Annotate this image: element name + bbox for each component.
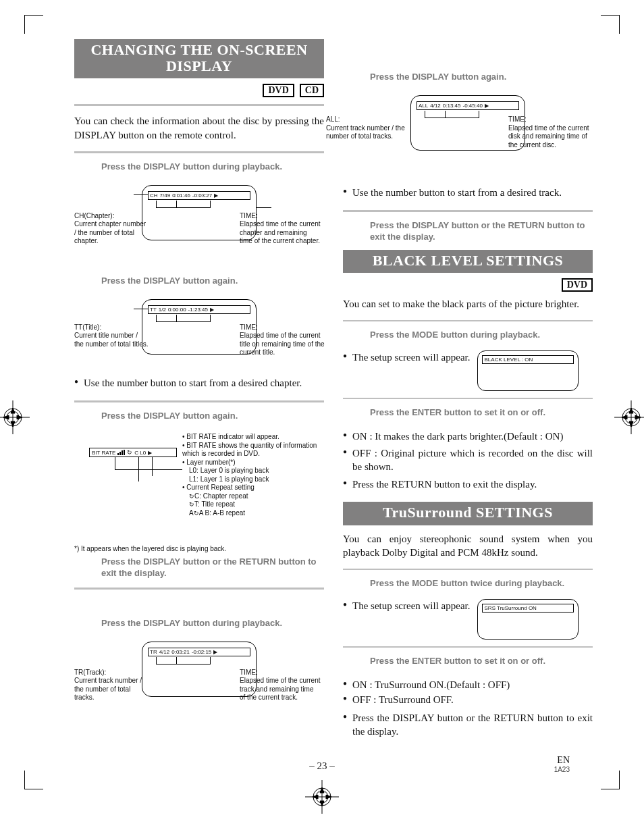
caption-all-desc: Current track number / the number of tot… (326, 124, 407, 141)
caption-tt-desc: Current title number / the number of tot… (74, 332, 149, 348)
osd-diagram-all: ALL 4/12 0:13:45 -0:45:40 ▶ ALL: Current… (343, 95, 593, 176)
trusurround-step-1: 1 Press the MODE button twice during pla… (343, 578, 593, 594)
black-level-setup-text: The setup screen will appear. (343, 350, 471, 364)
divider (343, 646, 593, 648)
bitrate-line3b: L1: Layer 1 is playing back (182, 475, 317, 484)
osd-all-elapsed: 0:13:45 (443, 103, 461, 109)
mini-tv-black-level: BLACK LEVEL : ON (477, 350, 579, 391)
black-level-intro: You can set to make the black parts of t… (343, 297, 593, 311)
osd-tr-label: TR (150, 649, 157, 655)
black-level-step-1: 1 Press the MODE button during playback. (343, 330, 593, 345)
badge-dvd: DVD (263, 84, 294, 97)
bullet-track: Use the number button to start from a de… (343, 186, 593, 199)
caption-tr-desc: Current track number / the number of tot… (74, 677, 149, 702)
bullet-chapter: Use the number button to start from a de… (74, 376, 324, 390)
step-3: 3 Press the DISPLAY button again. (74, 411, 324, 426)
bitrate-line4b: T: Title repeat (194, 500, 235, 508)
section-heading-changing-display: CHANGING THE ON-SCREEN DISPLAY (74, 39, 324, 78)
trusurround-exit: Press the DISPLAY button or the RETURN b… (343, 711, 593, 739)
osd-ch-remaining: -0:03:27 (192, 192, 212, 199)
osd-tt-counter: 1/2 (159, 307, 166, 313)
caption-tr-time-label: TIME: (240, 669, 321, 677)
osd-tt-label: TT (150, 307, 157, 313)
osd-ch-label: CH (150, 192, 158, 199)
bitrate-line2: • BIT RATE shows the quantity of informa… (182, 442, 317, 459)
divider (74, 400, 324, 402)
black-level-step-2: 2 Press the ENTER button to set it on or… (343, 407, 593, 423)
divider (343, 398, 593, 399)
black-level-exit: Press the RETURN button to exit the disp… (343, 477, 593, 491)
footer-lang: EN (554, 755, 570, 766)
caption-tt-time-desc: Elapsed time of the current title on rem… (240, 332, 327, 357)
trusurround-intro: You can enjoy stereophonic sound system … (343, 532, 593, 560)
black-level-step-1-text: Press the MODE button during playback. (370, 330, 593, 341)
registration-mark-left-icon (0, 400, 30, 434)
osd-all-remaining: -0:45:40 (463, 103, 483, 109)
step-4: 4 Press the DISPLAY button or the RETURN… (74, 556, 324, 579)
bitrate-extra: C L0 (134, 450, 146, 456)
step-1-text: Press the DISPLAY button during playback… (101, 161, 324, 173)
step-2-text: Press the DISPLAY button again. (101, 276, 324, 287)
left-column: CHANGING THE ON-SCREEN DISPLAY DVD CD Yo… (74, 39, 324, 745)
caption-ch-time-desc: Elapsed time of the current chapter and … (240, 220, 321, 246)
repeat-icon: ↻ (127, 449, 132, 456)
bitrate-footnote: *) It appears when the layered disc is p… (74, 545, 324, 552)
section-heading-trusurround: TruSurround SETTINGS (343, 502, 593, 525)
step-3-text: Press the DISPLAY button again. (101, 411, 324, 422)
divider (343, 569, 593, 570)
osd-tr-elapsed: 0:03:21 (171, 649, 190, 655)
page-footer: 23 (0, 760, 644, 772)
trusurround-lines: ON : TruSurround ON.(Default : OFF) OFF … (343, 678, 593, 708)
osd-diagram-bitrate: BIT RATE ↻ C L0 ▶ • BIT RATE indicator w… (74, 433, 324, 541)
divider (343, 320, 593, 321)
step-7: 3 Press the DISPLAY button or the RETURN… (343, 220, 593, 243)
black-level-bullets: ON : It makes the dark parts brighter.(D… (343, 429, 593, 444)
bitrate-line4a: C: Chapter repeat (194, 492, 248, 500)
play-icon: ▶ (210, 307, 214, 313)
bitrate-line4c: A B: A-B repeat (199, 509, 245, 517)
caption-ch-label: CH(Chapter): (74, 212, 149, 221)
divider (74, 104, 324, 106)
osd-tr-remaining: -0:02:15 (192, 649, 211, 655)
manual-page: CHANGING THE ON-SCREEN DISPLAY DVD CD Yo… (0, 0, 644, 834)
step-5-text: Press the DISPLAY button during playback… (101, 618, 324, 629)
black-level-on: ON : It makes the dark parts brighter.(D… (343, 429, 593, 443)
caption-all-time-desc: Elapsed time of the current disk and rem… (508, 124, 589, 150)
osd-all-counter: 4/12 (430, 103, 441, 109)
badge-dvd: DVD (562, 278, 593, 292)
osd-diagram-track: TR 4/12 0:03:21 -0:02:15 ▶ TR(Track): Cu… (74, 642, 324, 723)
play-icon: ▶ (213, 649, 217, 655)
right-column: 2 Press the DISPLAY button again. ALL 4/… (343, 39, 593, 745)
play-icon: ▶ (485, 103, 489, 109)
divider (74, 151, 324, 153)
bitrate-line1: • BIT RATE indicator will appear. (182, 433, 317, 442)
bitrate-line3: • Layer number(*) (182, 459, 317, 467)
play-icon: ▶ (214, 192, 218, 199)
section-heading-black-level: BLACK LEVEL SETTINGS (343, 250, 593, 273)
step-4-text: Press the DISPLAY button or the RETURN b… (101, 556, 324, 579)
mini-tv-trusurround: SRS TruSurround ON (477, 599, 579, 640)
trusurround-step-2-text: Press the ENTER button to set it on or o… (370, 656, 593, 667)
black-level-step-2-text: Press the ENTER button to set it on or o… (370, 407, 593, 419)
black-level-off: OFF : Original picture which is recorded… (343, 446, 593, 474)
trusurround-off: OFF : TruSurround OFF. (343, 693, 593, 706)
step-5: 1 Press the DISPLAY button during playba… (74, 618, 324, 633)
osd-tt-remaining: -1:23:45 (188, 307, 208, 313)
osd-tt-elapsed: 0:00:00 (168, 307, 186, 313)
caption-ch-time-label: TIME: (240, 212, 321, 221)
step-1: 1 Press the DISPLAY button during playba… (74, 161, 324, 177)
bitrate-label: BIT RATE (92, 450, 115, 456)
bullet-list: Use the number button to start from a de… (74, 376, 324, 391)
caption-all-time-label: TIME: (508, 115, 589, 124)
registration-mark-right-icon (614, 400, 644, 434)
page-number: 23 (309, 760, 335, 771)
caption-all-label: ALL: (326, 115, 407, 124)
registration-mark-bottom-icon (305, 780, 339, 814)
play-icon: ▶ (148, 450, 152, 456)
media-badges-black-level: DVD (343, 278, 593, 292)
footer-code: 1A23 (554, 766, 570, 773)
osd-diagram-title: TT 1/2 0:00:00 -1:23:45 ▶ TT(Title): Cur… (74, 299, 324, 367)
trusurround-bar: SRS TruSurround ON (482, 604, 574, 613)
osd-ch-elapsed: 0:01:46 (172, 192, 190, 199)
trusurround-on: ON : TruSurround ON.(Default : OFF) (343, 678, 593, 692)
